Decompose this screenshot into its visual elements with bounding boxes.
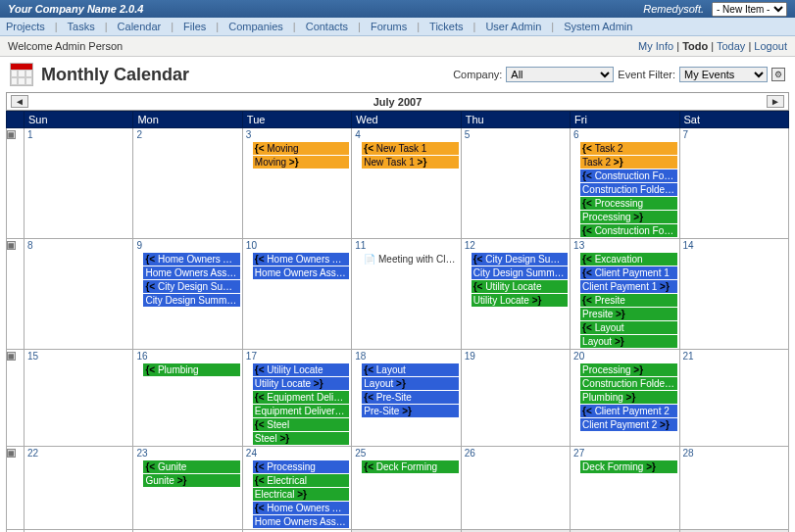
day-number[interactable]: 12 [462, 239, 570, 252]
day-cell[interactable]: 25Deck Forming [352, 447, 461, 530]
day-number[interactable]: 15 [25, 350, 132, 363]
event-item[interactable]: Task 2 [580, 156, 676, 169]
event-item[interactable]: 📄 Meeting with Client [362, 253, 458, 266]
link-logout[interactable]: Logout [754, 40, 787, 52]
day-cell[interactable]: 20ProcessingConstruction FolderPlumbingC… [571, 350, 679, 447]
week-handle-icon[interactable]: ▦ [7, 241, 16, 250]
event-item[interactable]: Deck Forming [362, 460, 458, 473]
day-number[interactable]: 16 [133, 350, 241, 363]
event-item[interactable]: Equipment Delivery [253, 391, 349, 404]
day-cell[interactable]: 11📄 Meeting with Client [352, 239, 461, 350]
event-item[interactable]: Steel [253, 418, 349, 431]
day-cell[interactable]: 5 [461, 128, 570, 239]
day-cell[interactable]: 18LayoutLayoutPre-SitePre-Site [352, 350, 461, 447]
day-number[interactable]: 8 [25, 239, 132, 252]
event-item[interactable]: Plumbing [143, 363, 239, 376]
day-number[interactable]: 25 [352, 447, 460, 459]
event-item[interactable]: Task 2 [580, 142, 676, 155]
day-cell[interactable]: 13ExcavationClient Payment 1Client Payme… [571, 239, 679, 350]
event-item[interactable]: Home Owners Associat... [253, 266, 349, 279]
menu-user-admin[interactable]: User Admin [485, 21, 541, 32]
company-select[interactable]: All [506, 67, 614, 82]
event-item[interactable]: New Task 1 [362, 156, 458, 169]
event-item[interactable]: Processing [253, 460, 349, 473]
day-number[interactable]: 28 [680, 447, 788, 459]
event-item[interactable]: Equipment Delivery [253, 405, 349, 417]
day-cell[interactable]: 17Utility LocateUtility LocateEquipment … [242, 350, 351, 447]
event-item[interactable]: Home Owners Associat... [143, 266, 239, 279]
day-cell[interactable]: 23GuniteGunite [133, 447, 242, 530]
day-cell[interactable]: 12City Design Summitta...City Design Sum… [461, 239, 570, 350]
menu-forums[interactable]: Forums [371, 21, 407, 32]
day-number[interactable]: 17 [243, 350, 351, 363]
event-item[interactable]: New Task 1 [362, 142, 458, 155]
day-cell[interactable]: 7 [679, 128, 788, 239]
event-item[interactable]: Layout [580, 335, 676, 348]
event-item[interactable]: Utility Locate [253, 377, 349, 390]
menu-tickets[interactable]: Tickets [429, 21, 463, 32]
menu-files[interactable]: Files [183, 21, 206, 32]
day-cell[interactable]: 27Deck Forming [571, 447, 679, 530]
day-cell[interactable]: 16Plumbing [133, 350, 242, 447]
day-number[interactable]: 13 [571, 239, 678, 252]
event-item[interactable]: Client Payment 2 [580, 405, 676, 417]
event-item[interactable]: Home Owners Associat... [253, 502, 349, 514]
day-number[interactable]: 20 [571, 350, 678, 363]
event-item[interactable]: Processing [580, 363, 676, 376]
event-item[interactable]: Construction Folder [580, 169, 676, 182]
day-cell[interactable]: 3MovingMoving [242, 128, 351, 239]
event-item[interactable]: Deck Forming [580, 460, 676, 473]
day-cell[interactable]: 9Home Owners Associati...Home Owners Ass… [133, 239, 242, 350]
event-item[interactable]: Electrical [253, 474, 349, 487]
day-number[interactable]: 18 [352, 350, 460, 363]
link-todo[interactable]: Todo [682, 40, 708, 52]
day-cell[interactable]: 8 [25, 239, 133, 350]
day-number[interactable]: 5 [462, 128, 570, 141]
day-number[interactable]: 7 [680, 128, 788, 141]
day-number[interactable]: 1 [25, 128, 132, 141]
event-item[interactable]: Processing [580, 197, 676, 210]
day-number[interactable]: 26 [462, 447, 570, 459]
event-item[interactable]: Electrical [253, 488, 349, 501]
menu-system-admin[interactable]: System Admin [564, 21, 632, 32]
event-item[interactable]: Presite [580, 294, 676, 307]
day-number[interactable]: 11 [352, 239, 460, 252]
day-number[interactable]: 9 [133, 239, 241, 252]
event-item[interactable]: Layout [362, 377, 458, 390]
link-today[interactable]: Today [717, 40, 745, 52]
event-item[interactable]: Moving [253, 156, 349, 169]
eventfilter-select[interactable]: My Events [679, 67, 768, 82]
menu-companies[interactable]: Companies [228, 21, 283, 32]
day-number[interactable]: 21 [680, 350, 788, 363]
day-cell[interactable]: 21 [679, 350, 788, 447]
day-cell[interactable]: 2 [133, 128, 242, 239]
event-item[interactable]: Moving [253, 142, 349, 155]
day-cell[interactable]: 6Task 2Task 2Construction FolderConstruc… [571, 128, 679, 239]
day-number[interactable]: 19 [462, 350, 570, 363]
day-number[interactable]: 10 [243, 239, 351, 252]
event-item[interactable]: Home Owners Associati... [143, 253, 239, 266]
event-item[interactable]: City Design Summitta... [472, 253, 568, 266]
event-item[interactable]: Home Owners Associat... [253, 253, 349, 266]
day-cell[interactable]: 4New Task 1New Task 1 [352, 128, 461, 239]
gear-icon[interactable]: ⚙ [771, 68, 785, 81]
day-cell[interactable]: 22 [25, 447, 133, 530]
week-handle-icon[interactable]: ▦ [7, 352, 16, 361]
day-cell[interactable]: 15 [25, 350, 133, 447]
event-item[interactable]: Client Payment 1 [580, 266, 676, 279]
day-number[interactable]: 22 [25, 447, 132, 459]
link-myinfo[interactable]: My Info [638, 40, 673, 52]
day-cell[interactable]: 26 [461, 447, 570, 530]
day-number[interactable]: 24 [243, 447, 351, 459]
event-item[interactable]: Gunite [143, 474, 239, 487]
event-item[interactable]: City Design Summitta... [143, 280, 239, 293]
prev-month-button[interactable]: ◄ [11, 95, 28, 108]
new-item-dropdown[interactable]: - New Item - [712, 2, 787, 17]
event-item[interactable]: Presite [580, 308, 676, 320]
day-cell[interactable]: 10Home Owners Associat...Home Owners Ass… [242, 239, 351, 350]
event-item[interactable]: Gunite [143, 460, 239, 473]
day-number[interactable]: 27 [571, 447, 678, 459]
event-item[interactable]: Layout [580, 321, 676, 334]
menu-tasks[interactable]: Tasks [68, 21, 95, 32]
day-number[interactable]: 23 [133, 447, 241, 459]
